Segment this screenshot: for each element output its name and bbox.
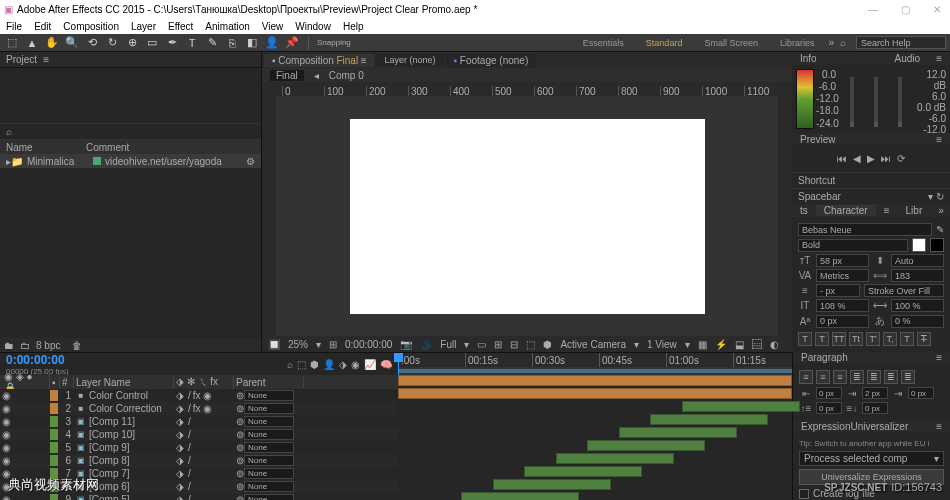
stroke-swatch[interactable]: [930, 238, 944, 252]
tab-preview[interactable]: Preview: [792, 134, 844, 145]
indent-left-field[interactable]: 0 px: [816, 387, 842, 399]
parent-dropdown[interactable]: None: [244, 494, 294, 500]
workspace-standard[interactable]: Standard: [638, 37, 691, 49]
motion-blur-icon[interactable]: ◉: [351, 359, 360, 370]
layer-bar[interactable]: [398, 375, 792, 386]
timeline-ruler[interactable]: :00s 00:15s 00:30s 00:45s 01:00s 01:15s: [398, 353, 792, 367]
visibility-icon[interactable]: ◉: [2, 390, 11, 401]
font-family-dropdown[interactable]: Bebas Neue: [798, 223, 932, 236]
faux-bold-button[interactable]: T: [798, 332, 812, 346]
layer-name-cell[interactable]: ■Color Control: [74, 390, 174, 401]
tab-audio[interactable]: Audio: [887, 53, 929, 64]
panel-menu-icon[interactable]: ≡: [43, 54, 49, 65]
menu-window[interactable]: Window: [295, 21, 331, 32]
underline-button[interactable]: T: [900, 332, 914, 346]
graph-editor-icon[interactable]: 📈: [364, 359, 376, 370]
guides-icon[interactable]: ⊟: [510, 339, 518, 350]
switches[interactable]: ⬗ /: [174, 416, 234, 427]
col-name[interactable]: Name: [6, 142, 86, 153]
zoom-dropdown[interactable]: 25%: [288, 339, 308, 350]
maximize-button[interactable]: ▢: [896, 4, 914, 15]
vscale-field[interactable]: 108 %: [816, 299, 869, 312]
roto-tool-icon[interactable]: 👤: [264, 36, 280, 50]
layer-bar[interactable]: [682, 401, 800, 412]
composition-mini-icon[interactable]: ⬚: [297, 359, 306, 370]
shortcut-value[interactable]: Spacebar: [798, 191, 841, 202]
stroke-width-field[interactable]: - px: [816, 284, 860, 297]
tab-expression-universalizer[interactable]: ExpressionUniversalizer: [793, 421, 916, 432]
interpret-icon[interactable]: 🖿: [4, 340, 14, 351]
visibility-icon[interactable]: ◉: [2, 429, 11, 440]
menu-file[interactable]: File: [6, 21, 22, 32]
workspace-libraries[interactable]: Libraries: [772, 37, 823, 49]
menu-layer[interactable]: Layer: [131, 21, 156, 32]
timeline-tracks[interactable]: :00s 00:15s 00:30s 00:45s 01:00s 01:15s: [398, 353, 792, 500]
project-tab[interactable]: Project: [6, 54, 37, 65]
superscript-button[interactable]: T': [866, 332, 880, 346]
layer-bar[interactable]: [556, 453, 674, 464]
panel-menu-icon[interactable]: ≡: [928, 53, 950, 64]
justify-right-icon[interactable]: ≣: [884, 370, 898, 384]
hscale-field[interactable]: 100 %: [891, 299, 944, 312]
layer-row[interactable]: ◉ 4 ▣[Comp 10] ⬗ / ⊚None: [0, 428, 398, 441]
current-timecode[interactable]: 0:00:00:00: [6, 353, 69, 367]
tab-paragraph[interactable]: Paragraph: [793, 352, 856, 363]
font-style-dropdown[interactable]: Bold: [798, 239, 908, 252]
label-color[interactable]: [50, 429, 58, 440]
home-icon[interactable]: ⬚: [4, 36, 20, 50]
layer-bar[interactable]: [619, 427, 737, 438]
small-caps-button[interactable]: Tt: [849, 332, 863, 346]
name-header[interactable]: Layer Name: [74, 377, 174, 388]
magnify-icon[interactable]: 🔲: [268, 339, 280, 350]
puppet-tool-icon[interactable]: 📌: [284, 36, 300, 50]
strikethrough-button[interactable]: T̶: [917, 332, 931, 346]
parent-dropdown[interactable]: None: [244, 403, 294, 414]
justify-center-icon[interactable]: ≣: [867, 370, 881, 384]
channel-knob[interactable]: [898, 77, 902, 127]
resolution-icon[interactable]: ⊞: [329, 339, 337, 350]
pickwhip-icon[interactable]: ⊚: [236, 481, 244, 492]
pickwhip-icon[interactable]: ⊚: [236, 429, 244, 440]
trash-icon[interactable]: 🗑: [72, 340, 82, 351]
pixel-aspect-icon[interactable]: ▦: [698, 339, 707, 350]
eraser-tool-icon[interactable]: ◧: [244, 36, 260, 50]
layer-name-cell[interactable]: ▣[Comp 10]: [74, 429, 174, 440]
switches[interactable]: ⬗ /fx◉: [174, 390, 234, 401]
layer-bar[interactable]: [398, 388, 792, 399]
work-area-bar[interactable]: [398, 367, 792, 375]
menu-view[interactable]: View: [262, 21, 284, 32]
parent-dropdown[interactable]: None: [244, 481, 294, 492]
baseline-field[interactable]: 0 px: [816, 315, 869, 328]
tab-info[interactable]: Info: [792, 53, 825, 64]
grid-icon[interactable]: ⊞: [494, 339, 502, 350]
justify-all-icon[interactable]: ≣: [901, 370, 915, 384]
col-comment[interactable]: Comment: [86, 142, 129, 153]
layer-row[interactable]: ◉ 2 ■Color Correction ⬗ /fx◉ ⊚None: [0, 402, 398, 415]
layer-row[interactable]: ◉ 1 ■Color Control ⬗ /fx◉ ⊚None: [0, 389, 398, 402]
tab-libraries[interactable]: Libr: [898, 205, 931, 216]
visibility-icon[interactable]: ◉: [2, 416, 11, 427]
align-right-icon[interactable]: ≡: [833, 370, 847, 384]
next-frame-icon[interactable]: ⏭: [881, 153, 891, 164]
parent-dropdown[interactable]: None: [244, 429, 294, 440]
pen-tool-icon[interactable]: ✒: [164, 36, 180, 50]
tsume-field[interactable]: 0 %: [891, 315, 944, 328]
mask-icon[interactable]: ⬚: [526, 339, 535, 350]
flowchart-icon[interactable]: ⿳: [752, 339, 762, 350]
label-color[interactable]: [50, 390, 58, 401]
indent-first-field[interactable]: 2 px: [862, 387, 888, 399]
hide-shy-icon[interactable]: 👤: [323, 359, 335, 370]
align-left-icon[interactable]: ≡: [799, 370, 813, 384]
anchor-tool-icon[interactable]: ⊕: [124, 36, 140, 50]
layer-row[interactable]: ◉ 5 ▣[Comp 9] ⬗ / ⊚None: [0, 441, 398, 454]
label-color[interactable]: [50, 416, 58, 427]
layer-bar[interactable]: [493, 479, 611, 490]
comp-tab-footage[interactable]: ▪ Footage (none): [446, 54, 537, 67]
visibility-icon[interactable]: ◉: [2, 403, 11, 414]
switches[interactable]: ⬗ /fx◉: [174, 403, 234, 414]
menu-composition[interactable]: Composition: [63, 21, 119, 32]
space-before-field[interactable]: 0 px: [816, 402, 842, 414]
fill-swatch[interactable]: [912, 238, 926, 252]
subtab-comp0[interactable]: Comp 0: [329, 70, 364, 81]
orbit-tool-icon[interactable]: ⟲: [84, 36, 100, 50]
